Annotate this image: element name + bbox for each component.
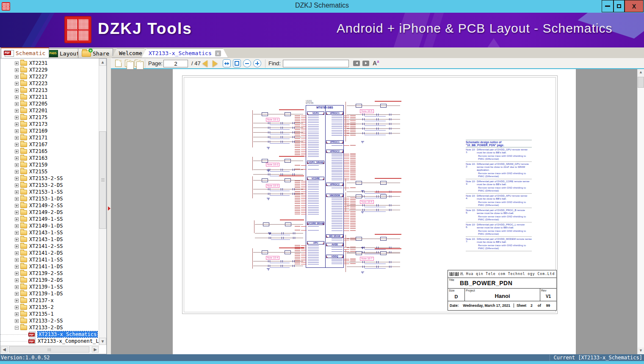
tree-folder-row[interactable]: XT2211 (0, 94, 100, 100)
tree-folder-row[interactable]: XT2165 (0, 148, 100, 155)
pdf-viewer[interactable]: 讯 Hua qin Tele com Technol ogy Com.Ltd T… (111, 69, 637, 354)
page-copy-icon[interactable] (115, 60, 122, 67)
expand-icon[interactable] (15, 109, 19, 113)
tree-folder-row[interactable]: XT2153-2-SS (0, 175, 100, 182)
expand-icon[interactable] (15, 89, 19, 92)
find-input[interactable] (283, 60, 349, 67)
tree-folder-row[interactable]: XT2139-1-DS (0, 290, 100, 297)
folder-label[interactable]: XT2135-1 (29, 311, 54, 317)
folder-label[interactable]: XT2231 (29, 60, 47, 66)
folder-label[interactable]: XT2149-1-DS (29, 223, 63, 229)
tree-folder-row[interactable]: XT2149-1-SS (0, 216, 100, 222)
folder-label[interactable]: XT2159 (29, 162, 47, 168)
document-label[interactable]: XT2133-x_Component_Locati (38, 338, 100, 344)
expand-icon[interactable] (15, 122, 19, 126)
doc-tab-close-icon[interactable]: x (215, 50, 221, 56)
doc-tab-schematics[interactable]: XT2133-x_Schematics x (141, 48, 228, 58)
scroll-up-arrow[interactable]: ▲ (99, 58, 106, 66)
prev-view-icon[interactable] (125, 60, 131, 67)
folder-label[interactable]: XT2139-1-SS (29, 284, 63, 290)
page-number-input[interactable] (163, 60, 188, 67)
folder-label[interactable]: XT2133-2-DS (29, 325, 63, 331)
folder-label[interactable]: XT2165 (29, 148, 47, 154)
tree-folder-row[interactable]: XT2229 (0, 67, 100, 73)
viewer-scroll-up-arrow[interactable]: ▲ (638, 69, 644, 76)
expand-icon[interactable] (15, 224, 19, 228)
expand-icon[interactable] (15, 75, 19, 79)
folder-label[interactable]: XT2211 (29, 94, 47, 100)
expand-icon[interactable] (15, 272, 19, 275)
expand-icon[interactable] (15, 116, 19, 119)
tree-scrollbar-thumb[interactable] (99, 131, 106, 229)
tree-document-row[interactable]: PDFXT2133-x_Schematics (0, 331, 100, 338)
expand-icon[interactable] (15, 245, 19, 248)
expand-icon[interactable] (15, 299, 19, 303)
viewer-vertical-scrollbar[interactable]: ▲ ▼ (637, 69, 644, 354)
tree-folder-row[interactable]: XT2205 (0, 100, 100, 107)
expand-icon[interactable] (15, 102, 19, 106)
folder-label[interactable]: XT2171 (29, 135, 47, 141)
tree-folder-row[interactable]: XT2153-1-DS (0, 195, 100, 202)
tree-hscrollbar-thumb[interactable] (9, 346, 89, 353)
folder-label[interactable]: XT2137-x (29, 297, 54, 303)
tree-folder-row[interactable]: XT2139-2-SS (0, 270, 100, 277)
expand-icon[interactable] (15, 68, 19, 72)
tree-folder-row[interactable]: XT2133-2-SS (0, 317, 100, 324)
tree-folder-row[interactable]: XT2167 (0, 141, 100, 148)
tree-folder-row[interactable]: XT2141-1-DS (0, 263, 100, 270)
tree-folder-row[interactable]: XT2149-1-DS (0, 222, 100, 229)
expand-icon[interactable] (15, 231, 19, 235)
expand-icon[interactable] (15, 204, 19, 208)
expand-icon[interactable] (15, 95, 19, 99)
expand-icon[interactable] (15, 258, 19, 262)
tree-folder-row[interactable]: XT2231 (0, 60, 100, 67)
expand-icon[interactable] (15, 177, 19, 181)
expand-icon[interactable] (15, 217, 19, 221)
tree-folder-row[interactable]: XT2173 (0, 121, 100, 128)
folder-label[interactable]: XT2141-1-SS (29, 257, 63, 263)
expand-icon[interactable] (15, 197, 19, 201)
folder-label[interactable]: XT2141-2-SS (29, 243, 63, 249)
find-previous-icon[interactable] (353, 61, 360, 66)
scroll-right-arrow[interactable]: ▶ (92, 346, 99, 353)
find-next-icon[interactable] (362, 61, 369, 66)
expand-icon[interactable] (15, 183, 19, 187)
tree-vertical-scrollbar[interactable]: ▲ ▼ (99, 58, 106, 345)
folder-label[interactable]: XT2141-2-DS (29, 250, 63, 256)
expand-icon[interactable] (15, 265, 19, 269)
tab-schematic[interactable]: PDF Schematic (1, 47, 49, 58)
tree-folder-row[interactable]: XT2135-1 (0, 311, 100, 317)
tree-folder-row[interactable]: XT2139-2-DS (0, 277, 100, 283)
folder-label[interactable]: XT2163 (29, 155, 47, 161)
folder-label[interactable]: XT2223 (29, 81, 47, 86)
expand-icon[interactable] (15, 251, 19, 255)
font-case-icon[interactable]: Aa (373, 59, 379, 67)
expand-icon[interactable] (15, 312, 19, 316)
tree-folder-row[interactable]: XT2143-1-DS (0, 236, 100, 243)
prev-page-arrow[interactable] (202, 60, 207, 67)
tree-folder-row[interactable]: XT2163 (0, 155, 100, 161)
folder-label[interactable]: XT2155 (29, 169, 47, 175)
expand-icon[interactable] (15, 156, 19, 160)
zoom-in-icon[interactable] (253, 59, 261, 67)
tree-folder-row[interactable]: XT2175 (0, 114, 100, 121)
maximize-button[interactable] (614, 0, 625, 12)
folder-label[interactable]: XT2201 (29, 108, 47, 114)
tree-folder-row[interactable]: XT2155 (0, 168, 100, 175)
folder-label[interactable]: XT2139-2-SS (29, 270, 63, 276)
expand-icon[interactable] (15, 143, 19, 147)
tree-folder-row[interactable]: XT2149-2-DS (0, 209, 100, 216)
folder-label[interactable]: XT2143-1-SS (29, 230, 63, 236)
tree-folder-row[interactable]: XT2227 (0, 73, 100, 80)
expand-icon[interactable] (15, 319, 19, 323)
document-label-selected[interactable]: XT2133-x_Schematics (38, 331, 97, 337)
folder-label[interactable]: XT2169 (29, 128, 47, 134)
scroll-down-arrow[interactable]: ▼ (99, 338, 106, 345)
tree-folder-row[interactable]: XT2143-1-SS (0, 229, 100, 236)
tree-folder-row[interactable]: XT2139-1-SS (0, 283, 100, 290)
folder-label[interactable]: XT2173 (29, 121, 47, 127)
viewer-scrollbar-thumb[interactable] (638, 77, 644, 88)
viewer-scroll-down-arrow[interactable]: ▼ (638, 347, 644, 354)
tree-folder-row[interactable]: XT2141-2-DS (0, 250, 100, 256)
tree-folder-row[interactable]: XT2213 (0, 87, 100, 94)
